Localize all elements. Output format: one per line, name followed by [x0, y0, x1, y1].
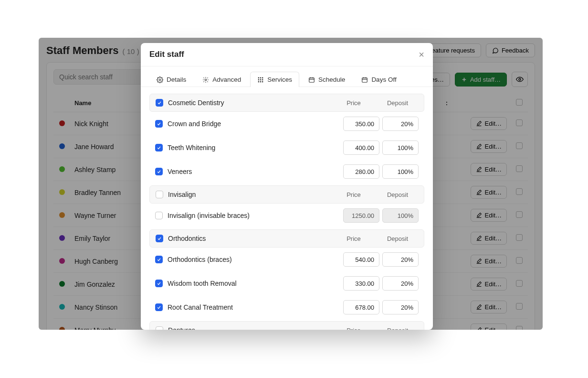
header-checkbox[interactable] — [516, 99, 523, 106]
svg-rect-6 — [258, 79, 259, 80]
gear-icon — [157, 76, 163, 83]
edit-button[interactable]: Edit… — [471, 209, 507, 222]
edit-icon — [476, 143, 482, 150]
row-checkbox[interactable] — [516, 257, 523, 264]
service-name: Invisalign (invisable braces) — [163, 212, 343, 219]
feedback-button[interactable]: Feedback — [486, 43, 535, 57]
edit-button[interactable]: Edit… — [471, 232, 507, 245]
edit-button[interactable]: Edit… — [471, 255, 507, 268]
tab-daysoff[interactable]: Days Off — [354, 72, 403, 87]
deposit-input[interactable] — [382, 117, 419, 131]
price-input[interactable] — [343, 164, 379, 179]
deposit-input[interactable] — [382, 252, 419, 267]
row-checkbox[interactable] — [516, 280, 523, 287]
add-staff-button[interactable]: Add staff… — [455, 73, 507, 86]
service-group-header: OrthodonticsPriceDeposit — [149, 229, 424, 248]
row-checkbox[interactable] — [516, 119, 523, 126]
col-more: : — [435, 94, 458, 112]
chat-icon — [492, 47, 499, 54]
tab-advanced[interactable]: Advanced — [195, 72, 248, 87]
service-checkbox[interactable] — [155, 303, 163, 311]
edit-button[interactable]: Edit… — [471, 140, 507, 153]
modal-body: Cosmetic DentistryPriceDepositCrown and … — [141, 87, 433, 330]
service-row: Root Canal Treatment — [149, 295, 424, 319]
service-checkbox[interactable] — [155, 120, 163, 128]
service-checkbox[interactable] — [156, 191, 163, 198]
edit-button[interactable]: Edit… — [471, 117, 507, 130]
deposit-header: Deposit — [377, 327, 418, 330]
service-group-header: InvisalignPriceDeposit — [149, 185, 424, 204]
price-header: Price — [333, 327, 374, 330]
edit-button[interactable]: Edit… — [471, 301, 507, 313]
price-input[interactable] — [343, 117, 379, 131]
service-row: Wisdom tooth Removal — [149, 271, 424, 295]
service-checkbox[interactable] — [156, 99, 163, 107]
service-row: Orthodontics (braces) — [149, 248, 424, 271]
price-input[interactable] — [343, 276, 379, 291]
deposit-input[interactable] — [382, 164, 419, 179]
price-header: Price — [333, 235, 374, 242]
view-toggle-button[interactable] — [512, 72, 528, 87]
price-input[interactable] — [343, 252, 379, 267]
svg-rect-10 — [260, 81, 261, 82]
color-dot — [59, 258, 65, 264]
color-dot — [59, 327, 65, 330]
service-group-name: Invisalign — [163, 191, 333, 198]
row-checkbox[interactable] — [516, 234, 523, 241]
deposit-input[interactable] — [382, 300, 419, 314]
page-count: ( 10 ) — [123, 47, 139, 55]
service-group-name: Cosmetic Dentistry — [163, 99, 333, 107]
service-checkbox[interactable] — [155, 168, 163, 175]
svg-rect-9 — [258, 81, 259, 82]
service-group-header: Cosmetic DentistryPriceDeposit — [149, 94, 424, 112]
row-checkbox[interactable] — [516, 142, 523, 149]
edit-button[interactable]: Edit… — [471, 278, 507, 291]
plus-icon — [461, 76, 467, 83]
svg-rect-12 — [309, 77, 315, 82]
service-checkbox[interactable] — [155, 212, 163, 219]
service-checkbox[interactable] — [155, 144, 163, 151]
service-checkbox[interactable] — [155, 280, 163, 287]
deposit-input[interactable] — [382, 276, 419, 291]
price-input[interactable] — [343, 300, 379, 314]
price-header: Price — [333, 191, 374, 198]
tab-schedule[interactable]: Schedule — [301, 72, 352, 87]
row-checkbox[interactable] — [516, 211, 523, 218]
svg-rect-11 — [262, 81, 263, 82]
service-checkbox[interactable] — [156, 326, 163, 330]
row-checkbox[interactable] — [516, 165, 523, 172]
page-title: Staff Members ( 10 ) — [46, 44, 139, 57]
color-dot — [59, 143, 65, 149]
edit-button[interactable]: Edit… — [471, 163, 507, 176]
tab-services[interactable]: Services — [250, 72, 299, 87]
svg-rect-8 — [262, 79, 263, 80]
svg-rect-3 — [258, 77, 259, 78]
tab-details[interactable]: Details — [149, 72, 193, 87]
deposit-input[interactable] — [382, 140, 419, 155]
color-dot — [59, 166, 65, 172]
service-name: Root Canal Treatment — [163, 303, 343, 311]
row-checkbox[interactable] — [516, 326, 523, 330]
service-checkbox[interactable] — [155, 256, 163, 263]
row-checkbox[interactable] — [516, 188, 523, 195]
close-icon[interactable]: × — [419, 50, 424, 59]
modal-header: Edit staff × — [141, 43, 433, 66]
svg-rect-13 — [362, 77, 368, 82]
svg-point-0 — [519, 78, 521, 80]
price-input[interactable] — [343, 140, 379, 155]
color-dot — [59, 212, 65, 218]
edit-button[interactable]: Edit… — [471, 324, 507, 330]
modal-title: Edit staff — [149, 50, 184, 59]
deposit-header: Deposit — [377, 235, 418, 242]
modal-tabs: Details Advanced Services Schedule Days … — [141, 66, 433, 87]
search-placeholder: Quick search staff — [59, 73, 113, 81]
service-name: Crown and Bridge — [163, 120, 343, 128]
edit-icon — [476, 235, 482, 241]
feature-requests-label: Feature requests — [428, 47, 475, 54]
service-checkbox[interactable] — [156, 235, 163, 242]
calendar-off-icon — [361, 76, 368, 83]
service-name: Wisdom tooth Removal — [163, 280, 343, 287]
edit-staff-modal: Edit staff × Details Advanced Services S… — [141, 43, 433, 330]
row-checkbox[interactable] — [516, 303, 523, 310]
edit-button[interactable]: Edit… — [471, 186, 507, 199]
